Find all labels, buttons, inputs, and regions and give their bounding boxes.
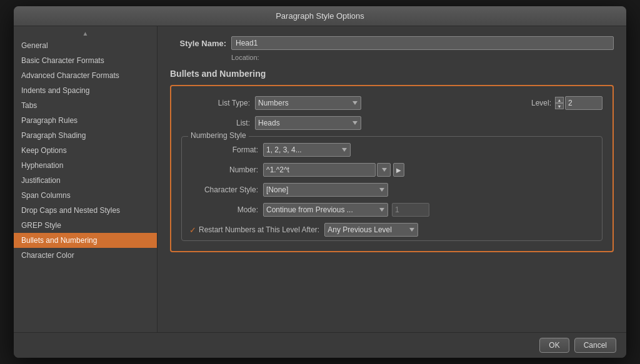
char-style-row: Character Style: [None] [189,183,594,197]
restart-select[interactable]: Any Previous Level Same Level [324,223,418,237]
sidebar: ▲ General Basic Character Formats Advanc… [14,26,158,332]
sidebar-item-grep[interactable]: GREP Style [14,218,157,233]
sidebar-item-tabs[interactable]: Tabs [14,98,157,113]
sidebar-item-indents[interactable]: Indents and Spacing [14,83,157,98]
main-content: Style Name: Location: Bullets and Number… [158,26,626,332]
level-label: Level: [531,99,551,107]
cancel-button[interactable]: Cancel [574,338,616,353]
title-text: Paragraph Style Options [276,11,364,21]
sidebar-item-hyphenation[interactable]: Hyphenation [14,158,157,173]
sidebar-item-keep-options[interactable]: Keep Options [14,143,157,158]
mode-row: Mode: Continue from Previous ... Start A… [189,203,594,217]
level-up-button[interactable]: ▲ [555,97,564,103]
sidebar-item-bullets[interactable]: Bullets and Numbering [14,233,157,248]
list-type-row: List Type: Numbers Bullets None Level: ▲… [181,96,602,110]
scroll-up-indicator: ▲ [14,29,157,38]
location-row: Location: [231,54,614,61]
style-name-row: Style Name: [170,36,614,50]
format-select[interactable]: 1, 2, 3, 4... I, II, III, IV... i, ii, i… [263,143,351,157]
numbering-style-group: Numbering Style Format: 1, 2, 3, 4... I,… [181,136,602,241]
list-type-select[interactable]: Numbers Bullets None [255,96,361,110]
list-type-label: List Type: [181,99,250,107]
location-label: Location: [231,54,259,61]
list-select[interactable]: Heads [255,116,361,130]
sidebar-item-general[interactable]: General [14,38,157,53]
format-row: Format: 1, 2, 3, 4... I, II, III, IV... … [189,143,594,157]
paragraph-style-options-dialog: Paragraph Style Options ▲ General Basic … [14,6,626,358]
sidebar-item-drop-caps[interactable]: Drop Caps and Nested Styles [14,203,157,218]
char-style-select[interactable]: [None] [263,183,388,197]
dialog-title: Paragraph Style Options [14,6,626,26]
mode-start-input [392,203,429,217]
section-title: Bullets and Numbering [170,69,614,79]
number-row: Number: ▶ [189,163,594,177]
list-row: List: Heads [181,116,602,130]
sidebar-item-para-rules[interactable]: Paragraph Rules [14,113,157,128]
restart-checkmark: ✓ [189,225,196,235]
sidebar-item-basic-char[interactable]: Basic Character Formats [14,53,157,68]
level-down-button[interactable]: ▼ [555,103,564,109]
level-input[interactable] [565,96,602,110]
bullets-numbering-panel: List Type: Numbers Bullets None Level: ▲… [170,85,614,252]
ok-button[interactable]: OK [539,338,569,353]
sidebar-item-span-columns[interactable]: Span Columns [14,188,157,203]
restart-label: Restart Numbers at This Level After: [199,225,319,234]
mode-label: Mode: [189,205,258,214]
dialog-buttons: OK Cancel [14,332,626,358]
list-label: List: [181,119,250,127]
number-arrow-button[interactable]: ▶ [393,163,404,177]
format-label: Format: [189,145,258,154]
sidebar-item-para-shading[interactable]: Paragraph Shading [14,128,157,143]
sidebar-item-justification[interactable]: Justification [14,173,157,188]
mode-select[interactable]: Continue from Previous ... Start At [263,203,388,217]
style-name-label: Style Name: [170,39,226,48]
sidebar-item-advanced-char[interactable]: Advanced Character Formats [14,68,157,83]
restart-row: ✓ Restart Numbers at This Level After: A… [189,223,594,237]
number-label: Number: [189,165,258,174]
numbering-style-legend: Numbering Style [188,131,249,140]
style-name-input[interactable] [231,36,614,50]
char-style-label: Character Style: [189,185,258,194]
level-spinner: ▲ ▼ [555,97,564,109]
number-input[interactable] [263,163,376,177]
number-dropdown[interactable] [377,163,391,177]
sidebar-item-char-color[interactable]: Character Color [14,248,157,263]
